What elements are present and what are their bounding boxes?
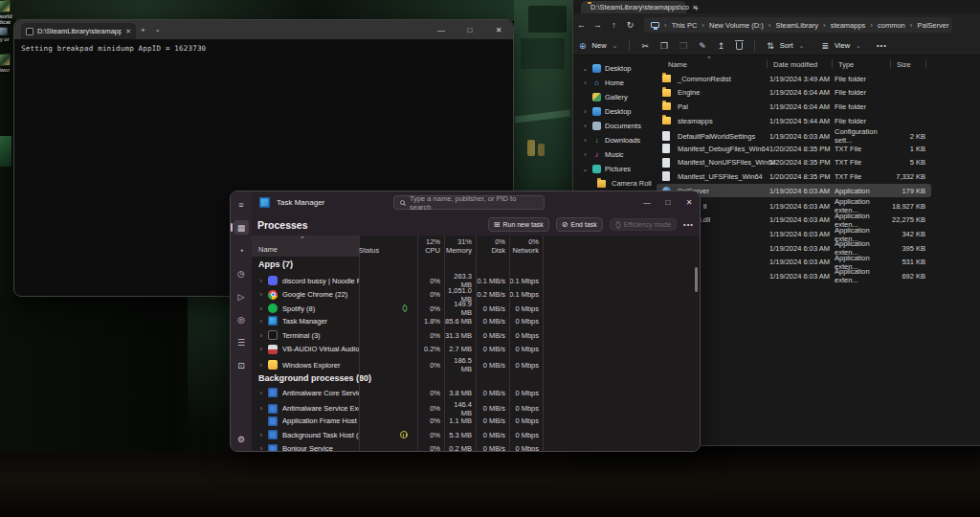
expand-chevron-icon[interactable]: › bbox=[256, 390, 267, 396]
expand-chevron-icon[interactable]: › bbox=[256, 405, 267, 412]
column-header-network[interactable]: Network bbox=[509, 246, 543, 255]
new-tab-button[interactable]: + bbox=[686, 4, 706, 13]
sidebar-item-gallery[interactable]: Gallery bbox=[573, 90, 657, 104]
expand-chevron-icon[interactable]: › bbox=[256, 346, 267, 352]
share-button[interactable]: ↥ bbox=[712, 41, 731, 51]
paste-button[interactable]: ❒ bbox=[674, 41, 693, 51]
column-header-disk[interactable]: Disk bbox=[476, 246, 509, 255]
breadcrumb-steamlibrary[interactable]: SteamLibrary bbox=[775, 21, 818, 30]
refresh-button[interactable]: ↻ bbox=[622, 20, 638, 30]
sidebar-item-home[interactable]: ›⌂Home bbox=[573, 76, 657, 90]
breadcrumb-common[interactable]: common bbox=[878, 21, 905, 30]
breadcrumb-palserver[interactable]: PalServer bbox=[917, 21, 948, 30]
column-header-memory[interactable]: Memory bbox=[444, 246, 476, 255]
desktop-icon-palworld[interactable]: alwor bbox=[0, 54, 13, 73]
expand-chevron-icon[interactable]: › bbox=[256, 432, 267, 438]
settings-gear-icon[interactable]: ⚙ bbox=[231, 435, 252, 444]
breadcrumb-steamapps[interactable]: steamapps bbox=[831, 21, 866, 30]
run-new-task-button[interactable]: ⊞Run new task bbox=[488, 217, 549, 232]
expand-chevron-icon[interactable]: › bbox=[256, 362, 267, 369]
sidebar-item-desktop-pinned[interactable]: ⌄Desktop bbox=[573, 61, 657, 76]
delete-button[interactable] bbox=[736, 42, 743, 50]
up-button[interactable]: ↑ bbox=[606, 20, 622, 30]
sort-button[interactable]: Sort bbox=[780, 41, 793, 50]
desktop-icon-palworld-dedicated[interactable]: alworld edicat bbox=[0, 0, 13, 25]
sidebar-item-pictures[interactable]: ⌄Pictures bbox=[573, 162, 657, 176]
more-options-button[interactable]: ••• bbox=[867, 41, 893, 50]
column-divider[interactable] bbox=[832, 59, 833, 68]
sidebar-item-app-history[interactable]: ◷ bbox=[234, 266, 249, 281]
end-task-button[interactable]: ⊘End task bbox=[556, 217, 603, 232]
file-row[interactable]: Manifest_UFSFiles_Win641/20/2024 8:35 PM… bbox=[657, 169, 931, 184]
copy-button[interactable]: ❐ bbox=[655, 41, 674, 51]
chevron-down-icon[interactable]: ⌄ bbox=[582, 166, 589, 173]
expand-chevron-icon[interactable]: › bbox=[256, 291, 267, 298]
sidebar-item-users[interactable]: ◎ bbox=[234, 312, 249, 326]
background-art bbox=[0, 136, 11, 167]
file-row[interactable]: _CommonRedist1/19/2024 3:49 AMFile folde… bbox=[657, 72, 931, 86]
close-button[interactable]: ✕ bbox=[484, 20, 513, 39]
column-header-name[interactable]: Name bbox=[668, 60, 687, 69]
sidebar-item-startup-apps[interactable]: ▷ bbox=[234, 289, 249, 303]
chevron-right-icon[interactable]: › bbox=[582, 123, 589, 129]
minimize-button[interactable]: — bbox=[427, 20, 456, 39]
sidebar-item-camera-roll[interactable]: Camera Roll bbox=[573, 176, 657, 191]
chevron-right-icon[interactable]: › bbox=[582, 108, 589, 115]
more-options-button[interactable]: ••• bbox=[683, 220, 694, 229]
sidebar-item-details[interactable]: ☰ bbox=[234, 335, 249, 349]
column-divider[interactable] bbox=[890, 59, 891, 68]
file-row[interactable]: steamapps1/19/2024 5:44 AMFile folder bbox=[657, 114, 931, 128]
sidebar-item-downloads[interactable]: ›↓Downloads bbox=[573, 133, 657, 147]
menu-icon[interactable]: ≡ bbox=[234, 197, 249, 212]
back-button[interactable]: ← bbox=[573, 20, 590, 30]
new-button[interactable]: New bbox=[592, 41, 607, 50]
expand-chevron-icon[interactable]: › bbox=[256, 278, 267, 284]
sidebar-item-desktop[interactable]: ›Desktop bbox=[573, 104, 657, 119]
column-divider[interactable] bbox=[925, 59, 926, 68]
column-header-size[interactable]: Size bbox=[897, 60, 911, 69]
maximize-button[interactable]: □ bbox=[456, 20, 484, 39]
sidebar-item-services[interactable]: ⊡ bbox=[234, 358, 249, 372]
tab-close-icon[interactable]: ✕ bbox=[125, 28, 131, 35]
maximize-button[interactable]: □ bbox=[657, 191, 679, 214]
column-header-date[interactable]: Date modified bbox=[773, 60, 817, 69]
forward-button[interactable]: → bbox=[590, 20, 606, 30]
file-row[interactable]: Manifest_NonUFSFiles_Win641/20/2024 8:35… bbox=[657, 156, 931, 170]
file-row[interactable]: Engine1/19/2024 6:04 AMFile folder bbox=[657, 86, 931, 101]
column-header-cpu[interactable]: CPU bbox=[417, 246, 444, 255]
sidebar-item-performance[interactable]: ◔ bbox=[234, 243, 249, 258]
new-item-icon[interactable]: ⊕ bbox=[573, 41, 592, 51]
explorer-tab[interactable]: D:\SteamLibrary\steamapps\co ✕ bbox=[581, 1, 686, 13]
chevron-right-icon[interactable]: › bbox=[582, 137, 589, 144]
file-row[interactable]: Manifest_DebugFiles_Win641/20/2024 8:35 … bbox=[657, 142, 931, 156]
column-header-type[interactable]: Type bbox=[838, 60, 854, 69]
close-button[interactable]: ✕ bbox=[679, 191, 700, 214]
expand-chevron-icon[interactable]: › bbox=[256, 318, 267, 325]
expand-chevron-icon[interactable]: › bbox=[256, 445, 267, 451]
minimize-button[interactable]: — bbox=[636, 191, 657, 214]
chevron-down-icon[interactable]: ⌄ bbox=[582, 65, 589, 73]
sidebar-item-documents[interactable]: ›Documents bbox=[573, 119, 657, 133]
view-button[interactable]: View bbox=[835, 41, 850, 50]
chevron-right-icon[interactable]: › bbox=[582, 151, 589, 158]
file-row[interactable]: Pal1/19/2024 6:04 AMFile folder bbox=[657, 100, 931, 114]
chevron-right-icon[interactable]: › bbox=[582, 79, 589, 86]
cut-button[interactable]: ✂ bbox=[635, 41, 655, 51]
new-tab-button[interactable]: + bbox=[136, 26, 150, 34]
desktop-icon-shortcut[interactable]: dy or bbox=[0, 27, 13, 42]
vertical-scrollbar-thumb[interactable] bbox=[695, 267, 698, 292]
breadcrumb-this-pc[interactable]: This PC bbox=[672, 21, 698, 30]
efficiency-mode-button[interactable]: Efficiency mode bbox=[610, 218, 677, 231]
column-header-status[interactable]: Status bbox=[359, 246, 417, 255]
terminal-tab[interactable]: D:\SteamLibrary\steamapps\s ✕ bbox=[21, 23, 136, 39]
expand-chevron-icon[interactable]: › bbox=[256, 332, 267, 339]
tab-dropdown-icon[interactable]: ⌄ bbox=[150, 26, 166, 34]
file-row[interactable]: DefaultPalWorldSettings1/19/2024 6:03 AM… bbox=[657, 127, 931, 142]
expand-chevron-icon[interactable]: › bbox=[256, 305, 267, 312]
sidebar-item-music[interactable]: ›♪Music bbox=[573, 147, 657, 162]
rename-button[interactable]: ✎ bbox=[693, 41, 712, 51]
sidebar-item-processes[interactable]: ▦ bbox=[234, 220, 249, 235]
search-input[interactable]: Type a name, publisher, or PID to search bbox=[393, 195, 545, 210]
breadcrumb-drive[interactable]: New Volume (D:) bbox=[709, 21, 764, 30]
column-divider[interactable] bbox=[767, 59, 768, 68]
